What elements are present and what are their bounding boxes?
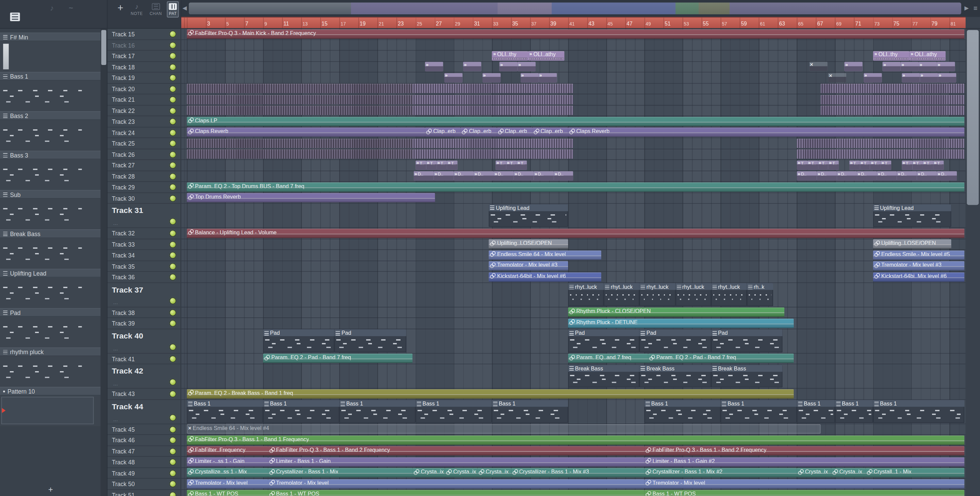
track-led[interactable] bbox=[170, 481, 176, 487]
picker-scrollbar-thumb[interactable] bbox=[102, 30, 107, 65]
playlist-lane[interactable] bbox=[181, 138, 966, 149]
clip[interactable]: Limiter - Bass 1 - Gain bbox=[268, 457, 644, 467]
clip[interactable] bbox=[187, 149, 413, 159]
picker-item[interactable]: Uplifting Lead bbox=[0, 269, 101, 308]
playlist-lane[interactable]: Tremolator - Mix level #3Tremolator - Mi… bbox=[181, 261, 966, 272]
picker-item-label[interactable]: rhythm pluck bbox=[0, 347, 101, 356]
track-led[interactable] bbox=[170, 119, 176, 124]
clip[interactable]: » bbox=[901, 62, 919, 72]
track-header[interactable]: Track 16 bbox=[108, 40, 181, 51]
clip[interactable] bbox=[187, 84, 413, 93]
picker-item-preview[interactable] bbox=[0, 41, 101, 72]
clip[interactable]: Bass 1 bbox=[644, 400, 721, 423]
clip[interactable]: Clap..erb bbox=[425, 127, 461, 137]
clip[interactable]: »D.. bbox=[514, 171, 534, 181]
clip[interactable]: »D.. bbox=[414, 171, 434, 181]
track-led[interactable] bbox=[170, 231, 176, 237]
clip[interactable]: Bass 1 bbox=[492, 400, 568, 423]
track-header[interactable]: Track 48 bbox=[108, 457, 181, 468]
track-led[interactable] bbox=[170, 140, 176, 146]
clip[interactable]: Uplifting Lead bbox=[489, 204, 568, 227]
clip[interactable]: » bbox=[463, 62, 481, 72]
clip[interactable]: »D.. bbox=[857, 171, 877, 181]
add-pattern-button[interactable]: + bbox=[118, 2, 123, 14]
track-led[interactable] bbox=[170, 219, 176, 224]
clip[interactable]: » bbox=[845, 62, 862, 72]
clip[interactable]: Crysta..ix bbox=[477, 468, 511, 478]
track-header[interactable]: Track 47 bbox=[108, 446, 181, 456]
clip[interactable]: Top Drums Reverb bbox=[187, 193, 434, 203]
track-header[interactable]: Track 30 bbox=[108, 193, 181, 204]
clip[interactable] bbox=[187, 138, 413, 148]
track-led[interactable] bbox=[170, 184, 176, 190]
clip[interactable]: Clap..erb bbox=[496, 127, 532, 137]
clip[interactable] bbox=[413, 95, 573, 104]
clip[interactable]: »T.. bbox=[933, 160, 943, 170]
clip[interactable]: Crystallize..ss 1 - Mix bbox=[187, 468, 268, 478]
track-led[interactable] bbox=[170, 64, 176, 70]
clip[interactable]: rhyt..luck bbox=[675, 283, 711, 306]
clip[interactable] bbox=[413, 105, 573, 115]
track-header[interactable]: Track 40... bbox=[108, 329, 181, 353]
playlist-lane[interactable]: Top Drums Reverb bbox=[181, 193, 966, 204]
clip[interactable]: Pad bbox=[711, 329, 783, 352]
playlist-lane[interactable]: »»»»×»»»»» bbox=[181, 62, 966, 73]
clip[interactable]: Limiter -..ss 1 - Gain bbox=[187, 457, 268, 467]
playlist-lane[interactable]: »OLI..thy»OLI..athy»OLI..thy»OLI..athy bbox=[181, 51, 966, 62]
clip[interactable]: »OLI..thy bbox=[873, 51, 909, 60]
clip[interactable]: »T.. bbox=[923, 160, 933, 170]
playlist-lane[interactable]: Uplifting LeadUplifting Lead bbox=[181, 204, 966, 228]
track-header[interactable]: Track 51 bbox=[108, 490, 181, 496]
clip[interactable]: »T.. bbox=[808, 160, 818, 170]
picker-item-preview[interactable] bbox=[0, 81, 101, 111]
clip[interactable]: »D.. bbox=[474, 171, 494, 181]
clip[interactable] bbox=[821, 95, 965, 104]
clip[interactable]: Pad bbox=[263, 329, 334, 352]
track-header[interactable]: Track 27 bbox=[108, 160, 181, 171]
picker-item-preview[interactable] bbox=[0, 120, 101, 151]
playlist-lane[interactable]: Rhythm Pluck - DETUNE bbox=[181, 318, 966, 329]
clip[interactable] bbox=[413, 138, 573, 148]
playlist-lane[interactable]: Limiter -..ss 1 - GainLimiter - Bass 1 -… bbox=[181, 457, 966, 468]
picker-scrollbar[interactable] bbox=[101, 29, 107, 496]
clip[interactable]: Clap..erb bbox=[461, 127, 496, 137]
track-header[interactable]: Track 35 bbox=[108, 261, 181, 272]
clip[interactable]: Tremolator - Mix level bbox=[268, 479, 644, 488]
picker-item-preview[interactable] bbox=[0, 159, 101, 190]
picker-item[interactable]: Bass 2 bbox=[0, 111, 101, 151]
track-header[interactable]: Track 37... bbox=[108, 283, 181, 307]
track-led[interactable] bbox=[170, 274, 176, 280]
clip[interactable]: »T.. bbox=[415, 160, 426, 170]
playlist-lane[interactable]: »D..»D..»D..»D..»D..»D..»D..»D..»D..»D..… bbox=[181, 171, 966, 182]
clip[interactable]: Crystallizer - Bass 1 - Mix bbox=[268, 468, 413, 478]
clip[interactable]: »D.. bbox=[453, 171, 474, 181]
track-led[interactable] bbox=[170, 427, 176, 432]
playlist-lane[interactable]: FabFilter..FrequencyFabFilter Pro-Q 3 - … bbox=[181, 446, 966, 456]
track-header[interactable]: Track 31... bbox=[108, 204, 181, 228]
bar-ruler[interactable]: 3579111315171921232527293133353739414345… bbox=[181, 17, 966, 28]
clip[interactable]: »T.. bbox=[870, 160, 881, 170]
clip[interactable]: » bbox=[937, 62, 955, 72]
note-tool-icon[interactable]: ♪ bbox=[50, 4, 54, 13]
clip[interactable]: »T.. bbox=[797, 160, 808, 170]
clip[interactable]: Uplifting..LOSE/OPEN bbox=[489, 239, 568, 249]
playlist-lane[interactable]: PadPadPadPadPad bbox=[181, 329, 966, 353]
clip[interactable]: »T.. bbox=[437, 160, 447, 170]
track-led[interactable] bbox=[170, 448, 176, 454]
clip[interactable]: rhyt..luck bbox=[711, 283, 747, 306]
clip[interactable]: Bass 1 bbox=[415, 400, 492, 423]
track-led[interactable] bbox=[170, 173, 176, 179]
clip[interactable]: Bass 1 - WT POS bbox=[187, 490, 268, 496]
track-header[interactable]: Track 26 bbox=[108, 149, 181, 160]
clip[interactable]: »T.. bbox=[902, 160, 912, 170]
track-led[interactable] bbox=[170, 108, 176, 114]
playlist-lane[interactable] bbox=[181, 105, 966, 116]
track-led[interactable] bbox=[170, 163, 176, 169]
clip[interactable]: Claps Reverb bbox=[187, 127, 425, 137]
track-header[interactable]: Track 34 bbox=[108, 250, 181, 261]
picker-item-preview[interactable] bbox=[0, 199, 101, 229]
track-header[interactable]: Track 42... bbox=[108, 364, 181, 389]
clip[interactable]: » bbox=[864, 73, 882, 82]
playlist-lane[interactable]: Bass 1 - WT POSBass 1 - WT POSBass 1 - W… bbox=[181, 490, 966, 496]
clip[interactable]: »T.. bbox=[850, 160, 860, 170]
